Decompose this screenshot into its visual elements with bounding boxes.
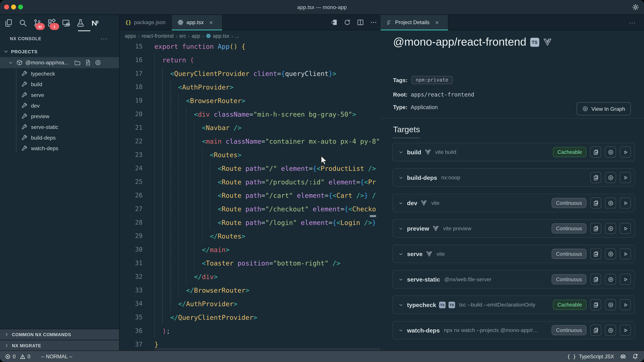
more-actions-icon[interactable]: [370, 19, 377, 26]
view-in-graph-icon[interactable]: [605, 248, 616, 259]
target-card-dev[interactable]: devviteContinuous: [392, 194, 635, 212]
code-line-23[interactable]: 23<Routes>: [120, 148, 380, 162]
copy-task-icon[interactable]: [590, 223, 601, 234]
view-in-graph-icon[interactable]: [605, 299, 616, 310]
extensions-icon[interactable]: 1: [47, 18, 56, 27]
breadcrumb-item[interactable]: react-frontend: [142, 33, 174, 39]
code-line-34[interactable]: 34</AuthProvider>: [120, 297, 380, 311]
remote-explorer-icon[interactable]: [62, 18, 70, 27]
refresh-icon[interactable]: [344, 19, 351, 26]
split-editor-icon[interactable]: [357, 19, 364, 26]
tab-package-json[interactable]: {} package.json: [120, 15, 172, 30]
problems-indicator[interactable]: 0 0: [5, 354, 30, 359]
copy-task-icon[interactable]: [590, 325, 601, 336]
sidebar-item-dev[interactable]: dev: [0, 100, 119, 111]
search-icon[interactable]: [18, 18, 28, 27]
code-line-17[interactable]: 17<QueryClientProvider client={queryClie…: [120, 67, 380, 80]
source-control-icon[interactable]: 32: [33, 18, 42, 27]
target-card-typecheck[interactable]: typecheckTSTStsc --build --emitDeclarati…: [392, 296, 635, 314]
focus-target-icon[interactable]: [95, 59, 101, 66]
code-line-21[interactable]: 21<Navbar />: [120, 121, 380, 135]
panel-more-icon[interactable]: ···: [629, 19, 636, 26]
sidebar-item-serve-static[interactable]: serve-static: [0, 121, 119, 132]
run-target-icon[interactable]: [620, 172, 631, 183]
view-in-graph-icon[interactable]: [605, 325, 616, 336]
copy-task-icon[interactable]: [590, 274, 601, 285]
breadcrumb-item[interactable]: app: [192, 33, 200, 39]
copy-task-icon[interactable]: [590, 248, 601, 259]
code-line-30[interactable]: 30</main>: [120, 243, 380, 257]
bell-icon[interactable]: [632, 354, 638, 360]
sidebar-item-build-deps[interactable]: build-deps: [0, 132, 119, 143]
close-icon[interactable]: [434, 20, 440, 25]
open-project-details-icon[interactable]: [330, 19, 338, 26]
vim-mode-indicator[interactable]: -- NORMAL --: [41, 354, 72, 359]
sidebar-item-typecheck[interactable]: typecheck: [0, 68, 119, 79]
copy-task-icon[interactable]: [590, 172, 601, 183]
code-line-20[interactable]: 20<div className="min-h-screen bg-gray-5…: [120, 108, 380, 121]
folder-icon[interactable]: [74, 59, 80, 66]
run-target-icon[interactable]: [620, 325, 631, 336]
view-in-graph-icon[interactable]: [605, 146, 616, 158]
run-target-icon[interactable]: [620, 197, 631, 209]
language-indicator[interactable]: { } TypeScript JSX: [567, 354, 614, 359]
nx-console-icon[interactable]: [90, 18, 100, 27]
explorer-icon[interactable]: [4, 18, 13, 27]
view-in-graph-icon[interactable]: [605, 274, 616, 285]
code-line-36[interactable]: 36);: [120, 324, 380, 338]
target-card-serve[interactable]: serveviteContinuous: [392, 245, 635, 263]
projects-section-header[interactable]: PROJECTS: [0, 46, 119, 57]
copy-task-icon[interactable]: [590, 299, 601, 310]
breadcrumb-item[interactable]: src: [179, 33, 186, 39]
code-line-24[interactable]: 24<Route path="/" element={<ProductList …: [120, 162, 380, 175]
code-line-25[interactable]: 25<Route path="/products/:id" element={<…: [120, 175, 380, 189]
target-card-watch-deps[interactable]: watch-depsnpx nx watch --projects @mono-…: [392, 321, 635, 339]
sidebar-item-preview[interactable]: preview: [0, 111, 119, 121]
run-target-icon[interactable]: [620, 223, 631, 234]
sidebar-item-project[interactable]: @mono-app/rea...: [0, 57, 119, 68]
target-card-build-deps[interactable]: build-depsnx:noop: [392, 168, 635, 187]
view-in-graph-icon[interactable]: [605, 223, 616, 234]
code-line-18[interactable]: 18<AuthProvider>: [120, 80, 380, 94]
settings-gear-icon[interactable]: [632, 4, 639, 11]
close-icon[interactable]: [209, 20, 214, 25]
code-line-27[interactable]: 27<Route path="/checkout" element={<Chec…: [120, 202, 380, 216]
breadcrumb-item[interactable]: app.tsx: [206, 33, 229, 39]
code-line-28[interactable]: 28<Route path="/login" element={<Login /…: [120, 216, 380, 229]
code-line-31[interactable]: 31<Toaster position="bottom-right" />: [120, 257, 380, 270]
breadcrumb-item[interactable]: apps: [125, 33, 136, 39]
code-line-33[interactable]: 33</BrowserRouter>: [120, 284, 380, 297]
sidebar-item-watch-deps[interactable]: watch-deps: [0, 143, 119, 153]
copy-task-icon[interactable]: [590, 197, 601, 209]
tab-app-tsx[interactable]: app.tsx: [172, 15, 222, 30]
code-line-29[interactable]: 29</Routes>: [120, 229, 380, 243]
section-nx-migrate[interactable]: NX MIGRATE: [0, 340, 119, 351]
code-editor[interactable]: 15export function App() {16return (17<Qu…: [120, 40, 380, 351]
code-line-35[interactable]: 35</QueryClientProvider>: [120, 311, 380, 324]
code-line-32[interactable]: 32</div>: [120, 270, 380, 284]
code-line-15[interactable]: 15export function App() {: [120, 40, 380, 53]
code-line-26[interactable]: 26<Route path="/cart" element={<Cart />}…: [120, 189, 380, 202]
copy-task-icon[interactable]: [590, 146, 601, 158]
tab-project-details[interactable]: Project Details: [381, 15, 448, 30]
copilot-icon[interactable]: [620, 353, 626, 360]
view-in-graph-button[interactable]: View In Graph: [576, 102, 631, 115]
section-common-nx-commands[interactable]: COMMON NX COMMANDS: [0, 329, 119, 340]
code-line-19[interactable]: 19<BrowserRouter>: [120, 94, 380, 108]
view-in-graph-icon[interactable]: [605, 172, 616, 183]
run-target-icon[interactable]: [620, 299, 631, 310]
sidebar-more-icon[interactable]: ···: [100, 35, 108, 42]
view-in-graph-icon[interactable]: [605, 197, 616, 209]
testing-beaker-icon[interactable]: [76, 18, 85, 27]
run-target-icon[interactable]: [620, 274, 631, 285]
code-line-22[interactable]: 22<main className="container mx-auto px-…: [120, 135, 380, 148]
code-line-16[interactable]: 16return (: [120, 53, 380, 67]
sidebar-item-serve[interactable]: serve: [0, 89, 119, 100]
run-target-icon[interactable]: [620, 146, 631, 158]
target-card-build[interactable]: buildvite buildCacheable: [392, 143, 635, 161]
target-card-serve-static[interactable]: serve-static@nx/web:file-serverContinuou…: [392, 270, 635, 289]
target-card-preview[interactable]: previewvite previewContinuous: [392, 219, 635, 238]
sidebar-item-build[interactable]: build: [0, 79, 119, 89]
run-target-icon[interactable]: [620, 248, 631, 259]
breadcrumb-item[interactable]: ...: [235, 33, 239, 39]
